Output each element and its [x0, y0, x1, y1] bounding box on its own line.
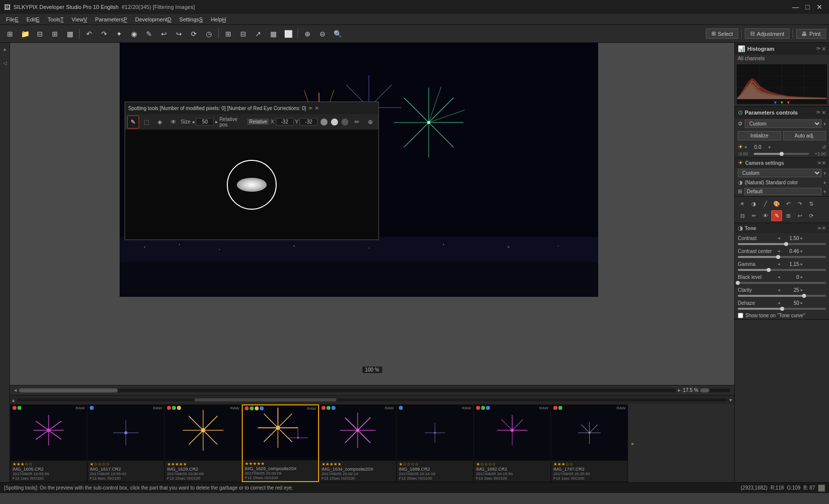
- toolbar-btn-3[interactable]: ⊟: [33, 27, 47, 41]
- thumbnail-7[interactable]: RAW ★☆☆☆☆ IMG_1692.CR2 2017/08/05 20:15:…: [474, 404, 551, 482]
- thumbnail-6[interactable]: RAW ★☆☆☆☆ IMG_1688.CR2 2017/08/05 20:14:…: [396, 404, 474, 482]
- tool-icon-eye[interactable]: 👁: [760, 210, 771, 221]
- toolbar-btn-4[interactable]: ⊞: [48, 27, 62, 41]
- minimize-button[interactable]: —: [790, 2, 801, 12]
- toolbar-btn-6[interactable]: ✦: [112, 27, 126, 41]
- tool-icon-1[interactable]: ☀: [737, 198, 748, 209]
- thumb-scroll-right[interactable]: ▸: [628, 404, 637, 482]
- initialize-button[interactable]: Initialize: [738, 131, 781, 140]
- contrast-arrow-r[interactable]: ▸: [800, 236, 804, 241]
- preview-area[interactable]: ⤢ Spotting tools [Number of modified pix…: [10, 43, 734, 385]
- gamma-arrow-r[interactable]: ▸: [800, 261, 804, 266]
- adjustment-button[interactable]: ⊟ Adjustment: [745, 28, 790, 39]
- tone-curve-checkbox[interactable]: [738, 313, 743, 318]
- zoom-scroll-track[interactable]: [700, 388, 730, 392]
- toolbar-btn-17[interactable]: ⬜: [281, 27, 295, 41]
- tool-icon-8[interactable]: ⊟: [737, 210, 748, 221]
- params-expand-icon[interactable]: ≫: [816, 110, 821, 116]
- toolbar-btn-8[interactable]: ✎: [142, 27, 156, 41]
- menu-parameters[interactable]: ParametersP: [91, 15, 131, 23]
- deh-arrow-l[interactable]: ◂: [777, 300, 781, 305]
- thumbnail-4[interactable]: RAW ★★★★★ IMG_1629_composite20X 2017/08/…: [242, 404, 319, 482]
- cc-thumb[interactable]: [776, 255, 780, 259]
- camera-preset-dropdown[interactable]: Custom: [738, 169, 822, 177]
- clarity-thumb[interactable]: [802, 294, 806, 298]
- left-sidebar-arrow-up[interactable]: ▴: [1, 45, 9, 53]
- thumb-scroll-arrow-up[interactable]: ▴: [12, 397, 15, 403]
- menu-development[interactable]: DevelopmentD: [131, 15, 175, 23]
- cc-arrow-l[interactable]: ◂: [777, 249, 781, 253]
- spot-eye-tool[interactable]: 👁: [167, 116, 179, 128]
- histogram-close-icon[interactable]: ✕: [822, 46, 826, 52]
- toolbar-btn-18[interactable]: ⊕: [301, 27, 315, 41]
- menu-help[interactable]: HelpH: [207, 15, 230, 23]
- select-button[interactable]: ⊞ Select: [706, 28, 739, 39]
- gamma-arrow-l[interactable]: ◂: [777, 261, 781, 266]
- thumbnail-2[interactable]: RAW ★☆☆☆☆ IMG_1617.CR2 2017/08/05 19:55:…: [87, 404, 165, 482]
- tool-icon-11[interactable]: ⊞: [783, 210, 794, 221]
- circle-style-2[interactable]: [330, 117, 339, 127]
- cc-arrow-r[interactable]: ▸: [800, 249, 804, 253]
- parameters-header[interactable]: ⊙ Parameters controls ≫ ✕: [735, 107, 829, 119]
- h-scroll-thumb[interactable]: [19, 388, 118, 392]
- toolbar-undo[interactable]: ↶: [82, 27, 96, 41]
- tool-icon-4[interactable]: 🎨: [771, 198, 782, 209]
- thumbnail-1[interactable]: RAW ★★★☆☆ IMG_1605.CR2 2017/08/05 19:53:…: [10, 404, 87, 482]
- menu-file[interactable]: FileE: [2, 15, 22, 23]
- camera-expand[interactable]: ≫: [817, 160, 822, 165]
- thumbnail-8[interactable]: RAW ★★★☆☆ IMG_1747.CR2 2017/08/05 20:25:…: [551, 404, 628, 482]
- camera-close[interactable]: ✕: [822, 160, 826, 166]
- tool-icon-9[interactable]: ✏: [748, 210, 759, 221]
- clarity-track[interactable]: [738, 295, 826, 297]
- deh-arrow-r[interactable]: ▸: [800, 300, 804, 305]
- x-input[interactable]: [276, 118, 294, 126]
- bl-thumb[interactable]: [736, 281, 740, 285]
- auto-adj-button[interactable]: Auto adj.: [783, 131, 827, 140]
- spot-last-tool[interactable]: ⊕: [364, 116, 376, 128]
- toolbar-btn-1[interactable]: ⊞: [3, 27, 17, 41]
- maximize-button[interactable]: □: [802, 2, 813, 12]
- toolbar-btn-14[interactable]: ⊟: [236, 27, 250, 41]
- toolbar-btn-15[interactable]: ↗: [251, 27, 265, 41]
- contrast-thumb[interactable]: [784, 242, 788, 246]
- histogram-expand-icon[interactable]: ≫: [816, 46, 821, 52]
- params-close-icon[interactable]: ✕: [822, 110, 826, 116]
- spot-eyedrop-tool[interactable]: ◈: [154, 116, 166, 128]
- tool-icon-3[interactable]: ╱: [760, 198, 771, 209]
- contrast-arrow-l[interactable]: ◂: [777, 236, 781, 241]
- menu-view[interactable]: ViewV: [68, 15, 91, 23]
- preset-dropdown[interactable]: Custom: [745, 120, 822, 128]
- circle-style-3[interactable]: [340, 117, 349, 127]
- tool-icon-rotate-r[interactable]: ↷: [794, 198, 805, 209]
- size-input[interactable]: [196, 118, 214, 126]
- tone-expand[interactable]: ≫: [817, 226, 822, 231]
- toolbar-btn-16[interactable]: ▦: [266, 27, 280, 41]
- histogram-header[interactable]: 📊 Histogram ≫ ✕: [735, 43, 829, 55]
- contrast-track[interactable]: [738, 243, 826, 245]
- bl-track[interactable]: [738, 282, 826, 284]
- circle-style-1[interactable]: [319, 117, 328, 127]
- menu-tools[interactable]: ToolsT: [43, 15, 67, 23]
- h-scroll-track[interactable]: [19, 388, 676, 392]
- thumbnail-3[interactable]: RAW ★★★★★ IMG_1629.CR2 2017/08/05 20:00:…: [165, 404, 242, 482]
- ev-arrow-right[interactable]: ▸: [769, 144, 771, 149]
- tool-icon-2[interactable]: ◑: [748, 198, 759, 209]
- toolbar-btn-10[interactable]: ↪: [172, 27, 186, 41]
- toolbar-btn-2[interactable]: 📁: [18, 27, 32, 41]
- bl-arrow-l[interactable]: ◂: [777, 274, 781, 279]
- spotting-preview[interactable]: [125, 130, 378, 240]
- spotting-expand-icon[interactable]: ≫: [308, 106, 313, 111]
- menu-edit[interactable]: EditE: [22, 15, 43, 23]
- cc-track[interactable]: [738, 256, 826, 258]
- toolbar-btn-19[interactable]: ⊖: [316, 27, 330, 41]
- spot-pencil-tool[interactable]: ✎: [127, 116, 139, 128]
- tool-icon-13[interactable]: ⟳: [806, 210, 817, 221]
- ev-slider-thumb[interactable]: [780, 152, 784, 156]
- left-sidebar-icon-1[interactable]: ◁: [1, 59, 9, 67]
- y-input[interactable]: [300, 118, 318, 126]
- spotting-title-bar[interactable]: Spotting tools [Number of modified pixel…: [125, 102, 378, 114]
- size-arrow-left[interactable]: ◂: [192, 119, 194, 125]
- toolbar-btn-12[interactable]: ◷: [202, 27, 216, 41]
- menu-settings[interactable]: SettingsS: [175, 15, 207, 23]
- tool-icon-flip[interactable]: ⇅: [806, 198, 817, 209]
